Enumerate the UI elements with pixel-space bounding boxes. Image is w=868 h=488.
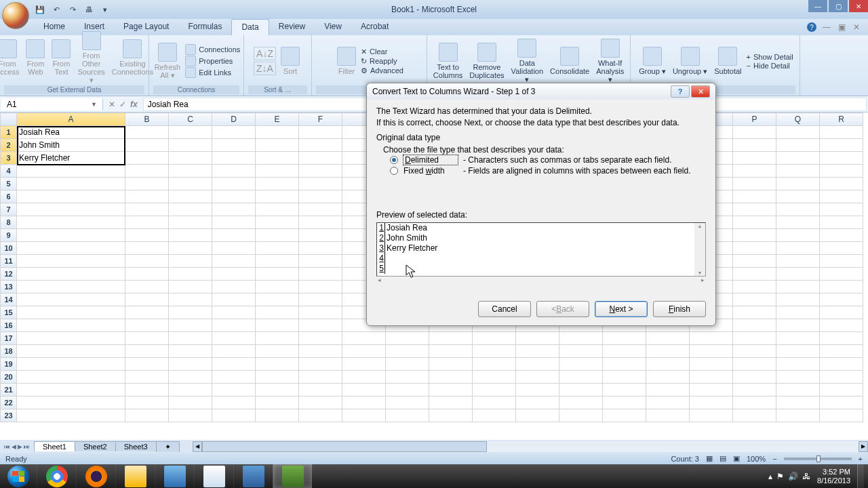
- col-header-A[interactable]: A: [17, 113, 125, 126]
- data-validation-button[interactable]: Data Validation ▾: [509, 37, 546, 85]
- window-minimize[interactable]: —: [808, 0, 827, 12]
- whatif-button[interactable]: What-If Analysis ▾: [594, 37, 626, 85]
- from-text-button[interactable]: From Text: [50, 38, 73, 77]
- tab-data[interactable]: Data: [231, 19, 269, 35]
- row-header-19[interactable]: 19: [1, 358, 17, 371]
- qat-more-icon[interactable]: ▾: [99, 3, 111, 16]
- zoom-slider[interactable]: [784, 458, 852, 460]
- sheet-tab-1[interactable]: Sheet1: [34, 441, 75, 451]
- fx-icon[interactable]: fx: [130, 100, 138, 109]
- undo-icon[interactable]: ↶: [50, 3, 62, 16]
- dialog-close-button[interactable]: ✕: [691, 85, 710, 98]
- row-header-5[interactable]: 5: [1, 178, 17, 190]
- help-icon[interactable]: ?: [807, 22, 816, 32]
- row-header-3[interactable]: 3: [1, 152, 17, 165]
- sheet-tab-2[interactable]: Sheet2: [75, 441, 116, 451]
- cancel-button[interactable]: Cancel: [478, 301, 531, 317]
- row-header-2[interactable]: 2: [1, 139, 17, 152]
- connections-link[interactable]: Connections: [185, 44, 240, 55]
- next-button[interactable]: Next >: [595, 301, 648, 317]
- name-box[interactable]: A1▼: [1, 98, 103, 110]
- row-header-11[interactable]: 11: [1, 255, 17, 268]
- select-all-corner[interactable]: [1, 113, 17, 126]
- row-header-14[interactable]: 14: [1, 293, 17, 306]
- show-detail-link[interactable]: +Show Detail: [747, 53, 793, 61]
- row-header-1[interactable]: 1: [1, 126, 17, 139]
- dialog-help-button[interactable]: ?: [671, 85, 690, 98]
- properties-link[interactable]: Properties: [185, 56, 240, 66]
- taskbar-word[interactable]: [233, 464, 273, 488]
- taskbar-chrome[interactable]: [37, 464, 76, 488]
- col-header-R[interactable]: R: [820, 113, 863, 126]
- start-button[interactable]: [0, 464, 37, 488]
- zoom-level[interactable]: 100%: [747, 455, 766, 463]
- group-button[interactable]: Group ▾: [637, 45, 668, 77]
- filter-button[interactable]: Filter: [335, 45, 358, 77]
- row-header-17[interactable]: 17: [1, 332, 17, 345]
- zoom-in-icon[interactable]: +: [859, 455, 863, 463]
- show-desktop-button[interactable]: [857, 464, 864, 488]
- subtotal-button[interactable]: Subtotal: [712, 45, 743, 77]
- doc-minimize[interactable]: —: [822, 22, 831, 32]
- row-header-13[interactable]: 13: [1, 281, 17, 293]
- tab-review[interactable]: Review: [269, 19, 315, 35]
- cell-A2[interactable]: John Smith: [17, 139, 125, 152]
- taskbar-notepad[interactable]: [194, 464, 233, 488]
- sort-desc-icon[interactable]: Z↓A: [254, 62, 276, 75]
- scroll-right-icon[interactable]: ▶: [859, 441, 868, 452]
- remove-duplicates-button[interactable]: Remove Duplicates: [467, 41, 506, 81]
- col-header-C[interactable]: C: [169, 113, 212, 126]
- view-normal-icon[interactable]: ▦: [706, 454, 713, 463]
- scroll-left-icon[interactable]: ◀: [193, 441, 202, 452]
- enter-icon[interactable]: ✓: [119, 100, 126, 109]
- sort-asc-icon[interactable]: A↓Z: [254, 47, 276, 60]
- from-access-button[interactable]: From Access: [0, 38, 21, 77]
- cancel-icon[interactable]: ✕: [108, 100, 115, 109]
- col-header-F[interactable]: F: [299, 113, 342, 126]
- consolidate-button[interactable]: Consolidate: [548, 45, 591, 77]
- print-icon[interactable]: 🖶: [83, 3, 95, 16]
- reapply-link[interactable]: ↻Reapply: [361, 57, 403, 66]
- finish-button[interactable]: Finish: [653, 301, 706, 317]
- doc-close[interactable]: ✕: [852, 22, 861, 32]
- sheet-first-icon[interactable]: ⏮: [4, 443, 10, 450]
- col-header-Q[interactable]: Q: [776, 113, 820, 126]
- view-layout-icon[interactable]: ▤: [719, 454, 726, 463]
- sheet-tab-3[interactable]: Sheet3: [115, 441, 157, 451]
- from-web-button[interactable]: From Web: [24, 38, 47, 77]
- scroll-thumb[interactable]: [202, 441, 487, 452]
- dialog-titlebar[interactable]: Convert Text to Columns Wizard - Step 1 …: [367, 83, 715, 100]
- cell-A3[interactable]: Kerry Fletcher: [17, 152, 125, 165]
- row-header-9[interactable]: 9: [1, 229, 17, 242]
- ungroup-button[interactable]: Ungroup ▾: [671, 45, 709, 77]
- clear-link[interactable]: ✕Clear: [361, 47, 403, 56]
- tab-acrobat[interactable]: Acrobat: [351, 19, 398, 35]
- col-header-P[interactable]: P: [733, 113, 776, 126]
- sheet-prev-icon[interactable]: ◀: [12, 443, 16, 450]
- tray-flag-icon[interactable]: ⚑: [776, 472, 784, 481]
- save-icon[interactable]: 💾: [34, 3, 46, 16]
- preview-hscroll[interactable]: ◂▸: [376, 277, 706, 286]
- row-header-12[interactable]: 12: [1, 268, 17, 281]
- taskbar-excel[interactable]: [273, 464, 312, 488]
- sheet-last-icon[interactable]: ⏭: [24, 443, 30, 450]
- tab-view[interactable]: View: [315, 19, 351, 35]
- from-other-button[interactable]: From Other Sources ▾: [75, 30, 106, 85]
- radio-delimited-label[interactable]: Delimited: [403, 155, 458, 165]
- row-header-8[interactable]: 8: [1, 216, 17, 229]
- preview-vscroll[interactable]: ▴▾: [694, 223, 705, 276]
- redo-icon[interactable]: ↷: [66, 3, 79, 16]
- row-header-15[interactable]: 15: [1, 306, 17, 319]
- back-button[interactable]: < Back: [536, 301, 589, 317]
- hide-detail-link[interactable]: −Hide Detail: [747, 62, 793, 70]
- row-header-6[interactable]: 6: [1, 190, 17, 203]
- row-header-7[interactable]: 7: [1, 203, 17, 216]
- row-header-22[interactable]: 22: [1, 396, 17, 409]
- horizontal-scrollbar[interactable]: ◀ ▶: [193, 441, 868, 452]
- view-break-icon[interactable]: ▣: [733, 454, 740, 463]
- row-header-4[interactable]: 4: [1, 165, 17, 178]
- tray-volume-icon[interactable]: 🔊: [788, 472, 798, 481]
- tray-network-icon[interactable]: 🖧: [802, 472, 810, 481]
- row-header-21[interactable]: 21: [1, 384, 17, 396]
- zoom-out-icon[interactable]: −: [772, 455, 776, 463]
